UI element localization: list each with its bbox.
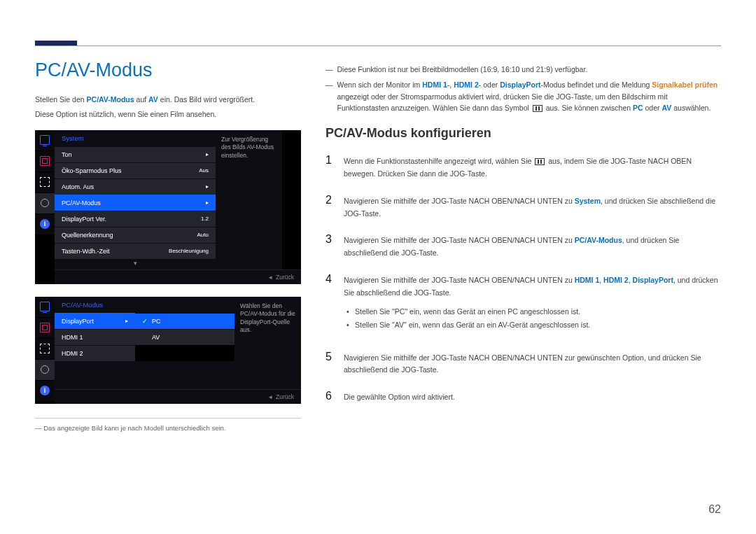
step-5: 5 Navigieren Sie mithilfe der JOG-Taste …	[326, 347, 721, 377]
t: AV	[148, 95, 158, 104]
tab-system-icon	[35, 193, 55, 214]
osd-row: HDMI 2	[55, 345, 135, 361]
intro-line-2: Diese Option ist nützlich, wenn Sie eine…	[35, 108, 301, 120]
t: DisplayPort	[500, 80, 540, 89]
t: - oder	[479, 80, 500, 89]
tab-picture-icon	[35, 297, 55, 318]
osd-row: PC/AV-Modus▸	[55, 195, 216, 211]
accent-bar	[35, 41, 77, 45]
tab-resize-icon	[35, 339, 55, 360]
t: Wenn die Funktionstastenhilfe angezeigt …	[344, 157, 533, 165]
scroll-down-icon: ▾	[55, 259, 216, 269]
step-3: 3 Navigieren Sie mithilfe der JOG-Taste …	[326, 230, 721, 260]
page-number: 62	[708, 503, 721, 516]
osd-screenshot-2: i PC/AV-Modus DisplayPort▸HDMI 1HDMI 2 ✓…	[35, 297, 301, 404]
step-6: 6 Die gewählte Option wird aktiviert.	[326, 386, 721, 405]
t: HDMI 1	[575, 276, 600, 284]
osd1-back: ◂ Zurück	[55, 269, 301, 284]
osd2-help-text: Wählen Sie den PC/AV-Modus für die Displ…	[234, 297, 301, 361]
tab-frame-icon	[35, 151, 55, 172]
t: Signalkabel prüfen	[652, 80, 718, 89]
t: Zurück	[276, 274, 294, 281]
bullet-pc: Stellen Sie "PC" ein, wenn das Gerät an …	[346, 305, 721, 318]
t: Das angezeigte Bild kann je nach Modell …	[43, 424, 225, 432]
menu-icon	[533, 105, 542, 112]
t: Navigieren Sie mithilfe der JOG-Taste NA…	[344, 276, 575, 284]
t: -Modus befindet und die Meldung	[541, 80, 652, 89]
osd-row: Autom. Aus▸	[55, 178, 216, 195]
tab-system-icon	[35, 360, 55, 381]
osd-row: Tasten-Wdh.-ZeitBeschleunigung	[55, 243, 216, 259]
t: Zurück	[276, 393, 294, 400]
t: Diese Funktion ist nur bei Breitbildmode…	[337, 64, 588, 75]
intro-line-1: Stellen Sie den PC/AV-Modus auf AV ein. …	[35, 94, 301, 106]
osd2-back: ◂ Zurück	[55, 389, 301, 404]
osd1-category: System	[55, 130, 216, 146]
osd2-category: PC/AV-Modus	[55, 297, 234, 313]
t: DisplayPort	[633, 276, 673, 284]
osd-row: DisplayPort▸	[55, 313, 135, 329]
step-4: 4 Navigieren Sie mithilfe der JOG-Taste …	[326, 269, 721, 337]
t: PC	[633, 104, 643, 112]
menu-icon	[535, 158, 545, 165]
t: oder	[643, 104, 662, 112]
t: HDMI 1	[422, 80, 447, 89]
t: Die gewählte Option wird aktiviert.	[344, 391, 455, 404]
tab-info-icon: i	[35, 381, 55, 402]
tab-picture-icon	[35, 130, 55, 151]
osd-row: Ton▸	[55, 146, 216, 162]
tab-resize-icon	[35, 172, 55, 193]
t: auswählen.	[671, 104, 710, 112]
step-1: 1 Wenn die Funktionstastenhilfe angezeig…	[326, 150, 721, 181]
osd-row: HDMI 1	[55, 329, 135, 345]
t: PC/AV-Modus	[87, 95, 134, 104]
tab-frame-icon	[35, 318, 55, 339]
t: Wenn sich der Monitor im	[337, 80, 423, 89]
note-2: ― Wenn sich der Monitor im HDMI 1-, HDMI…	[326, 79, 721, 113]
t: System	[575, 197, 601, 205]
t: aus. Sie können zwischen	[544, 104, 633, 112]
top-rule	[35, 45, 721, 46]
t: HDMI 2	[454, 80, 479, 89]
tab-info-icon: i	[35, 214, 55, 235]
osd-option: ✓PC	[135, 313, 234, 329]
t: Navigieren Sie mithilfe der JOG-Taste NA…	[344, 197, 575, 205]
osd-row: QuellenerkennungAuto	[55, 227, 216, 243]
footnote-rule	[35, 418, 301, 419]
osd-row: DisplayPort Ver.1.2	[55, 211, 216, 227]
osd-row: Öko-Sparmodus PlusAus	[55, 162, 216, 178]
page-title: PC/AV-Modus	[35, 59, 301, 81]
bullet-av: Stellen Sie "AV" ein, wenn das Gerät an …	[346, 318, 721, 332]
t: PC/AV-Modus	[575, 236, 622, 244]
t: ein. Das Bild wird vergrößert.	[158, 95, 255, 104]
t: -,	[447, 80, 454, 89]
footnote: ― Das angezeigte Bild kann je nach Model…	[35, 424, 301, 432]
osd-option: AV	[135, 329, 234, 345]
t: AV	[662, 104, 671, 112]
note-1: ―Diese Funktion ist nur bei Breitbildmod…	[326, 64, 721, 75]
t: HDMI 2	[603, 276, 629, 284]
t: Navigieren Sie mithilfe der JOG-Taste NA…	[344, 352, 721, 377]
step-2: 2 Navigieren Sie mithilfe der JOG-Taste …	[326, 190, 721, 220]
t: Stellen Sie den	[35, 95, 87, 104]
osd-screenshot-1: i System Ton▸Öko-Sparmodus PlusAusAutom.…	[35, 130, 301, 284]
t: Navigieren Sie mithilfe der JOG-Taste NA…	[344, 236, 575, 244]
osd1-help-text: Zur Vergrößerung des Bilds AV-Modus eins…	[216, 130, 282, 269]
t: auf	[134, 95, 148, 104]
subheading: PC/AV-Modus konfigurieren	[326, 126, 721, 141]
